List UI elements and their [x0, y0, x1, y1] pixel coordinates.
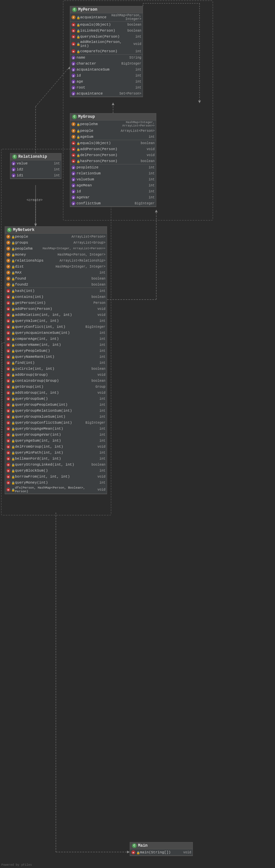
row-name: groups — [15, 241, 72, 245]
row-name: character — [76, 62, 121, 66]
myperson-box: C MyPerson f 🔒 acquaintance HashMap<Pers… — [70, 6, 143, 97]
lock-icon: 🔒 — [136, 851, 139, 854]
row-name: compareAge(int, int) — [15, 337, 98, 341]
myperson-title: MyPerson — [78, 7, 97, 12]
row-name: contains(int) — [15, 295, 91, 299]
table-row: f 🔒 people ArrayList<Person> — [5, 234, 107, 240]
lock-icon: 🔒 — [76, 29, 79, 32]
row-name: queryGroupRelationSum(int) — [15, 409, 98, 413]
lock-icon: 🔒 — [76, 42, 79, 45]
field-icon: p — [71, 183, 75, 187]
table-row: p id int — [70, 188, 156, 194]
row-type: int — [149, 190, 154, 193]
svg-marker-7 — [34, 224, 37, 226]
row-name: queryValue(int, int) — [15, 319, 98, 323]
lock-icon: 🔒 — [11, 338, 14, 340]
lock-icon: 🔒 — [11, 457, 14, 460]
mygroup-box: C MyGroup f 🔒 peoplehm HashMap<Integer, … — [70, 113, 156, 207]
mygroup-c-icon: C — [72, 115, 77, 119]
table-row: m 🔒 queryPeopleSum() int — [5, 348, 107, 354]
row-type: int — [99, 457, 105, 461]
row-name: equals(Object) — [80, 23, 126, 27]
table-row: f 🔒 dist HashMap<Integer, Integer> — [5, 264, 107, 270]
row-name: dist — [15, 265, 55, 269]
lock-icon: 🔒 — [11, 235, 14, 238]
lock-icon: 🔒 — [76, 142, 79, 145]
relationship-fields: p value int p id2 int p id1 int — [10, 160, 61, 179]
row-type: ArrayList<Person> — [71, 235, 105, 239]
row-name: containsGroup(Group) — [15, 379, 91, 383]
row-name: hash(int) — [15, 289, 98, 293]
method-icon: m — [71, 49, 75, 53]
lock-icon: 🔒 — [76, 154, 79, 156]
method-icon: m — [6, 301, 10, 305]
table-row: m 🔒 main(String[]) void — [130, 849, 193, 855]
row-name: addtoGroup(int, int) — [15, 391, 96, 395]
table-row: p acquaintance Set<Person> — [70, 91, 143, 96]
row-name: queryConflict(int, int) — [15, 325, 84, 329]
table-row: m 🔒 queryBlockSum() int — [5, 468, 107, 474]
mygroup-fields: p peopleSize int p relationSum int p val… — [70, 164, 156, 207]
row-type: boolean — [92, 463, 105, 467]
row-type: int — [99, 331, 105, 335]
row-name: delPerson(Person) — [80, 153, 146, 157]
table-row: m 🔒 queryGroupRelationSum(int) int — [5, 408, 107, 414]
method-icon: m — [6, 361, 10, 365]
row-name: queryBlockSum() — [15, 469, 98, 473]
lock-icon: 🔒 — [11, 488, 14, 491]
lock-icon: 🔒 — [76, 35, 79, 38]
method-icon: m — [6, 421, 10, 425]
method-icon: m — [6, 325, 10, 329]
row-name: people — [80, 129, 120, 133]
method-icon: m — [6, 355, 10, 359]
row-type: int — [135, 80, 141, 84]
table-row: m 🔒 queryConflict(int, int) BigInteger — [5, 324, 107, 330]
row-name: getGroup(int) — [15, 385, 95, 389]
table-row: p root int — [70, 85, 143, 91]
field-icon: f — [71, 135, 75, 139]
row-name: queryMoney(int) — [15, 480, 98, 485]
row-name: relationSum — [76, 172, 148, 176]
table-row: p id2 int — [10, 166, 61, 173]
row-type: ArrayList<Relationship> — [60, 259, 105, 262]
lock-icon: 🔒 — [11, 469, 14, 472]
lock-icon: 🔒 — [11, 241, 14, 244]
lock-icon: 🔒 — [11, 313, 14, 316]
row-name: peoplehm — [80, 122, 98, 126]
table-row: p ageVar int — [70, 194, 156, 200]
table-row: m 🔒 addPerson(Person) void — [5, 306, 107, 312]
row-name: age — [76, 80, 134, 84]
row-name: addGroup(Group) — [15, 373, 96, 377]
row-type: int — [99, 361, 105, 365]
row-name: dfs(Person, HashMap<Person, Boolean>, Pe… — [15, 486, 96, 493]
lock-icon: 🔒 — [76, 23, 79, 26]
row-name: value — [16, 161, 53, 165]
table-row: m 🔒 queryAcquaintanceSum(int) int — [5, 330, 107, 336]
row-type: String — [129, 56, 141, 60]
lock-icon: 🔒 — [11, 355, 14, 358]
myperson-fields-header: f 🔒 acquaintance HashMap<Person, Integer… — [70, 13, 143, 22]
row-name: queryGroupPeopleSum(int) — [15, 403, 98, 407]
table-row: p relationSum int — [70, 170, 156, 176]
row-type: int — [149, 196, 154, 199]
lock-icon: 🔒 — [11, 265, 14, 268]
row-type: Person — [94, 301, 105, 305]
row-type: int — [99, 415, 105, 419]
table-row: m 🔒 queryGroupSum() int — [5, 396, 107, 402]
row-type: boolean — [141, 159, 154, 163]
create-label: <create> — [27, 198, 42, 202]
method-icon: m — [6, 488, 10, 492]
row-name: addRelation(int, int, int) — [15, 313, 96, 317]
method-icon: m — [6, 469, 10, 473]
row-type: int — [149, 172, 154, 176]
table-row: m 🔒 queryMoney(int) int — [5, 479, 107, 486]
row-name: root — [76, 86, 134, 90]
mygroup-methods: m 🔒 equals(Object) boolean m 🔒 addPerson… — [70, 140, 156, 164]
lock-icon: 🔒 — [11, 392, 14, 394]
method-icon: m — [6, 433, 10, 437]
row-name: queryGroupConflictSum(int) — [15, 421, 84, 425]
table-row: m 🔒 addRelation(int, int, int) void — [5, 312, 107, 318]
table-row: m 🔒 queryValue(int, int) int — [5, 318, 107, 324]
lock-icon: 🔒 — [11, 403, 14, 406]
row-type: void — [97, 307, 105, 311]
